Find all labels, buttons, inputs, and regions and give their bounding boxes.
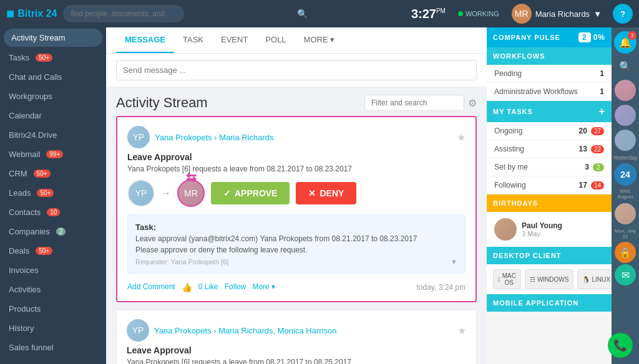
- desktop-client-section: DESKTOP CLIENT  MAC OS ☶ WINDOWS 🐧 LINU…: [487, 247, 612, 294]
- add-task-button[interactable]: +: [599, 106, 605, 117]
- card-names-1: Yana Prokopets › Maria Richards: [155, 133, 274, 142]
- deny-button[interactable]: ✕ DENY: [296, 182, 356, 204]
- birthday-info: Paul Young 3 May: [522, 221, 562, 237]
- card-subtitle-2: Yana Prokopets [6] requests a leave from…: [127, 358, 466, 364]
- message-icon[interactable]: ✉: [615, 264, 636, 285]
- my-tasks-header: MY TASKS +: [487, 101, 612, 122]
- sidebar-item-label: Calendar: [9, 111, 42, 120]
- phone-button[interactable]: 📞: [608, 333, 633, 358]
- user-avatar-3[interactable]: [615, 130, 636, 151]
- search-input[interactable]: [63, 5, 184, 22]
- user-avatar-4[interactable]: [615, 203, 636, 224]
- sidebar-item-activities[interactable]: Activities: [0, 280, 106, 299]
- sidebar-item-leads[interactable]: Leads 50+: [0, 183, 106, 203]
- sidebar-item-products[interactable]: Products: [0, 299, 106, 318]
- search-bar: 🔍: [63, 5, 313, 22]
- help-button[interactable]: ?: [613, 4, 633, 24]
- sidebar-item-label: Activities: [9, 285, 41, 294]
- sidebar-item-bitrix24drive[interactable]: Bitrix24.Drive: [0, 125, 106, 145]
- my-tasks-ongoing-row[interactable]: Ongoing 20 27: [487, 122, 612, 140]
- calendar-icon-24[interactable]: 24: [614, 163, 637, 186]
- companies-badge: 2: [56, 228, 66, 236]
- my-tasks-assisting-row[interactable]: Assisting 13 22: [487, 140, 612, 158]
- my-tasks-following-row[interactable]: Following 17 14: [487, 176, 612, 194]
- avatar: MR: [512, 4, 532, 24]
- sidebar-item-label: Chat and Calls: [9, 72, 62, 82]
- user-avatar-2[interactable]: [615, 105, 636, 126]
- workflows-pending-row[interactable]: Pending 1: [487, 65, 612, 83]
- approve-button[interactable]: ✓ APPROVE: [211, 182, 290, 204]
- birthdays-header: BIRTHDAYS: [487, 194, 612, 212]
- sidebar-item-label: Webmail: [9, 150, 40, 159]
- sidebar-item-label: CRM: [9, 169, 27, 178]
- sidebar-item-crm[interactable]: CRM 50+: [0, 164, 106, 183]
- my-tasks-setbyme-row[interactable]: Set by me 3 2: [487, 158, 612, 176]
- mobile-app-section: MOBILE APPLICATION: [487, 294, 612, 312]
- tab-event[interactable]: EVENT: [212, 27, 256, 53]
- sidebar-item-invoices[interactable]: Invoices: [0, 261, 106, 280]
- user-menu[interactable]: MR Maria Richards ▼: [512, 4, 602, 24]
- user-avatar-1[interactable]: [615, 80, 636, 101]
- sidebar-item-label: Leads: [9, 188, 31, 198]
- search-icon[interactable]: 🔍: [297, 9, 308, 19]
- sidebar-item-calendar[interactable]: Calendar: [0, 106, 106, 125]
- assisting-counts: 13 22: [579, 145, 604, 153]
- sidebar-item-activity-stream[interactable]: Activity Stream: [4, 29, 102, 47]
- activity-card-1: YP Yana Prokopets › Maria Richards ★ Lea…: [116, 116, 477, 302]
- wed-label: Wed, August: [612, 187, 639, 201]
- card-user-1: YP Yana Prokopets › Maria Richards: [127, 126, 274, 148]
- sidebar-item-reports[interactable]: Reports: [0, 357, 106, 364]
- card2-from-user: Yana Prokopets: [154, 326, 212, 335]
- settings-icon[interactable]: ⚙: [468, 97, 477, 109]
- sidebar-item-chat-and-calls[interactable]: Chat and Calls: [0, 67, 106, 87]
- lock-icon[interactable]: 🔒: [615, 242, 636, 263]
- workflows-admin-row[interactable]: Administrative Workflows 1: [487, 83, 612, 101]
- star-icon-1[interactable]: ★: [457, 132, 466, 143]
- deals-badge: 50+: [36, 247, 52, 255]
- tab-poll[interactable]: POLL: [256, 27, 295, 53]
- sidebar-item-workgroups[interactable]: Workgroups: [0, 87, 106, 106]
- linux-button[interactable]: 🐧 LINUX: [577, 269, 612, 289]
- flow-arrow-icon: →: [161, 188, 171, 199]
- sidebar-item-webmail[interactable]: Webmail 99+: [0, 145, 106, 164]
- thumb-up-icon: 👍: [182, 282, 192, 292]
- search-icon[interactable]: 🔍: [614, 55, 637, 77]
- tab-task[interactable]: TASK: [174, 27, 212, 53]
- message-input[interactable]: [116, 60, 477, 80]
- more-button[interactable]: More ▾: [252, 282, 275, 292]
- card-actions-1: Add Comment 👍 0 Like Follow More ▾: [127, 282, 275, 292]
- star-icon-2[interactable]: ★: [457, 325, 466, 337]
- stream-search-input[interactable]: [364, 95, 464, 111]
- sidebar-item-history[interactable]: History: [0, 318, 106, 338]
- tab-message[interactable]: MESSAGE: [116, 27, 174, 53]
- mac-os-button[interactable]:  MAC OS: [493, 269, 521, 289]
- birthday-card: Paul Young 3 May: [487, 212, 612, 247]
- birthdays-section: BIRTHDAYS Paul Young 3 May: [487, 194, 612, 247]
- sidebar-item-deals[interactable]: Deals 50+: [0, 241, 106, 261]
- app-logo: ■ Bitrix 24: [6, 6, 57, 22]
- windows-button[interactable]: ☶ WINDOWS: [525, 269, 574, 289]
- stream-title: Activity Stream: [116, 95, 208, 111]
- work-status[interactable]: WORKING: [458, 10, 499, 17]
- logo-icon: ■: [6, 6, 14, 22]
- expand-icon[interactable]: ▼: [451, 258, 457, 266]
- notifications-badge: 3: [628, 31, 637, 40]
- birthday-avatar: [494, 218, 517, 241]
- sidebar-item-sales-funnel[interactable]: Sales funnel: [0, 338, 106, 357]
- task-box: Task: Leave approval (yana@bitrix24.com)…: [127, 214, 466, 274]
- tab-more[interactable]: MORE ▾: [295, 27, 344, 53]
- flow-avatar-from: YP: [127, 180, 155, 207]
- add-comment-button[interactable]: Add Comment: [127, 282, 175, 292]
- sidebar-item-contacts[interactable]: Contacts 10: [0, 203, 106, 222]
- top-navigation: ■ Bitrix 24 🔍 3:27PM WORKING MR Maria Ri…: [0, 0, 639, 27]
- card-header-1: YP Yana Prokopets › Maria Richards ★: [127, 126, 466, 148]
- linux-icon: 🐧: [582, 276, 590, 283]
- sidebar-item-label: Tasks: [9, 53, 29, 62]
- setbyme-counts: 3 2: [585, 163, 604, 171]
- sidebar-item-tasks[interactable]: Tasks 50+: [0, 48, 106, 67]
- like-button[interactable]: 0 Like: [198, 282, 218, 292]
- follow-button[interactable]: Follow: [225, 282, 246, 292]
- sidebar-item-companies[interactable]: Companies 2: [0, 222, 106, 241]
- notifications-icon[interactable]: 🔔 3: [614, 31, 637, 54]
- yesterday-label: Yesterday: [613, 153, 638, 162]
